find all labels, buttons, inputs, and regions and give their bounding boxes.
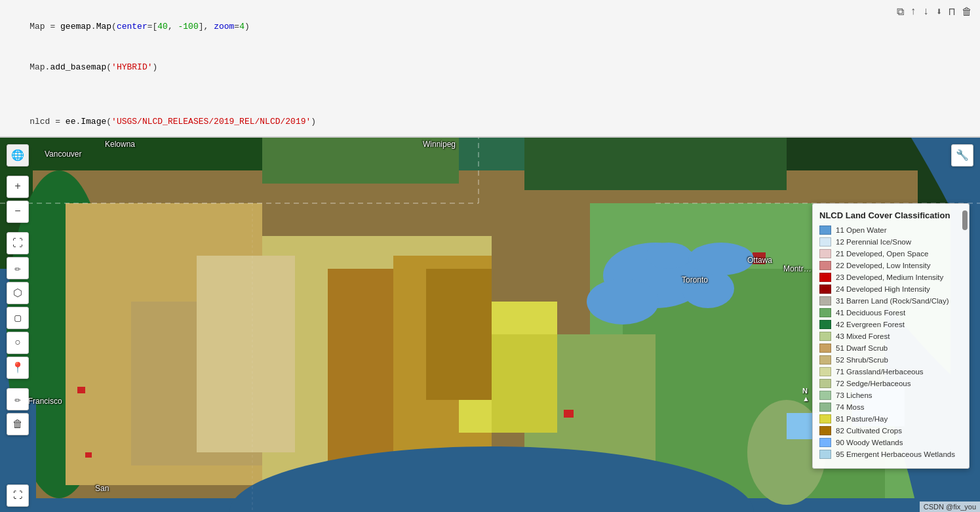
legend-item: 51 Dwarf Scrub [819, 344, 962, 353]
circle-button[interactable]: ○ [7, 332, 29, 354]
code-panel: Map = geemap.Map(center=[40, -100], zoom… [0, 0, 980, 138]
svg-rect-29 [492, 334, 557, 433]
legend-color-swatch [819, 426, 831, 435]
code-line-blank1 [9, 89, 971, 102]
legend-item: 72 Sedge/Herbaceous [819, 379, 962, 388]
share-icon[interactable]: ⊓ [949, 5, 955, 18]
legend-color-swatch [819, 249, 831, 258]
legend-color-swatch [819, 414, 831, 423]
legend-item-label: 42 Evergreen Forest [836, 321, 905, 328]
legend-item-label: 24 Developed High Intensity [836, 285, 930, 293]
legend-item-label: 43 Mixed Forest [836, 332, 890, 340]
legend-item-label: 22 Developed, Low Intensity [836, 262, 930, 269]
legend-scrollbar[interactable] [962, 210, 968, 230]
trash-button[interactable]: 🗑 [7, 413, 29, 435]
legend-items-container: 11 Open Water12 Perennial Ice/Snow21 Dev… [819, 226, 962, 459]
svg-point-22 [587, 279, 659, 325]
legend-color-swatch [819, 308, 831, 317]
legend-item-label: 81 Pasture/Hay [836, 415, 888, 423]
legend-color-swatch [819, 261, 831, 270]
legend-color-swatch [819, 344, 831, 353]
measure-button[interactable]: ✏ [7, 257, 29, 279]
legend-color-swatch [819, 379, 831, 388]
legend-item-label: 11 Open Water [836, 226, 887, 234]
legend-color-swatch [819, 285, 831, 294]
legend-color-swatch [819, 367, 831, 376]
north-indicator: N▲ [802, 387, 810, 403]
legend-color-swatch [819, 273, 831, 282]
legend-item: 71 Grassland/Herbaceous [819, 367, 962, 376]
svg-rect-15 [564, 410, 574, 418]
legend-item: 82 Cultivated Crops [819, 426, 962, 435]
legend-item-label: 21 Developed, Open Space [836, 250, 928, 258]
square-button[interactable]: ▢ [7, 307, 29, 329]
delete-icon[interactable]: 🗑 [962, 6, 972, 18]
copy-icon[interactable]: ⧉ [897, 6, 904, 18]
map-container[interactable]: 🌐 + − ⛶ ✏ ⬡ ▢ ○ 📍 ✏ 🗑 🔧 Vancouver Kelown… [0, 138, 980, 512]
legend-item-label: 82 Cultivated Crops [836, 427, 902, 435]
legend-color-swatch [819, 355, 831, 364]
legend-item-label: 41 Deciduous Forest [836, 309, 905, 317]
svg-rect-34 [262, 138, 459, 184]
polygon-button[interactable]: ⬡ [7, 282, 29, 304]
up-icon[interactable]: ↑ [911, 6, 917, 18]
legend-panel: NLCD Land Cover Classification 11 Open W… [812, 203, 970, 469]
down-icon[interactable]: ↓ [923, 6, 930, 18]
legend-item: 74 Moss [819, 403, 962, 412]
legend-color-swatch [819, 320, 831, 329]
marker-button[interactable]: 📍 [7, 357, 29, 379]
legend-item-label: 73 Lichens [836, 391, 872, 399]
svg-rect-30 [426, 269, 492, 400]
legend-item-label: 12 Perennial Ice/Snow [836, 238, 911, 246]
edit-button[interactable]: ✏ [7, 388, 29, 410]
legend-item: 43 Mixed Forest [819, 332, 962, 341]
legend-item-label: 74 Moss [836, 403, 864, 411]
legend-item: 73 Lichens [819, 391, 962, 400]
fullscreen-button[interactable]: ⛶ [7, 484, 29, 507]
legend-item: 12 Perennial Ice/Snow [819, 237, 962, 246]
legend-item: 31 Barren Land (Rock/Sand/Clay) [819, 296, 962, 305]
code-line-1: Map = geemap.Map(center=[40, -100], zoom… [9, 7, 971, 47]
svg-rect-14 [753, 252, 766, 264]
legend-color-swatch [819, 332, 831, 341]
legend-title: NLCD Land Cover Classification [819, 210, 962, 220]
legend-item-label: 95 Emergent Herbaceous Wetlands [836, 450, 955, 458]
settings-button[interactable]: 🔧 [951, 144, 973, 167]
svg-point-24 [688, 243, 754, 275]
legend-item-label: 90 Woody Wetlands [836, 439, 903, 446]
code-line-3: nlcd = ee.Image('USGS/NLCD_RELEASES/2019… [9, 102, 971, 138]
legend-item: 11 Open Water [819, 226, 962, 235]
legend-item: 52 Shrub/Scrub [819, 355, 962, 364]
svg-point-23 [646, 243, 692, 269]
map-watermark: CSDN @fix_you [920, 502, 980, 512]
legend-item: 42 Evergreen Forest [819, 320, 962, 329]
legend-item: 24 Developed High Intensity [819, 285, 962, 294]
legend-item: 95 Emergent Herbaceous Wetlands [819, 450, 962, 459]
svg-rect-16 [77, 387, 85, 393]
legend-item-label: 72 Sedge/Herbaceous [836, 380, 911, 387]
legend-item: 22 Developed, Low Intensity [819, 261, 962, 270]
legend-item-label: 51 Dwarf Scrub [836, 344, 888, 352]
legend-item: 41 Deciduous Forest [819, 308, 962, 317]
legend-item-label: 23 Developed, Medium Intensity [836, 273, 943, 281]
svg-rect-36 [197, 256, 295, 452]
legend-item: 21 Developed, Open Space [819, 249, 962, 258]
legend-color-swatch [819, 450, 831, 459]
legend-color-swatch [819, 237, 831, 246]
zoom-out-button[interactable]: − [7, 201, 29, 223]
download-icon[interactable]: ⬇ [936, 5, 943, 18]
legend-color-swatch [819, 296, 831, 305]
legend-color-swatch [819, 226, 831, 235]
globe-button[interactable]: 🌐 [7, 144, 29, 167]
legend-color-swatch [819, 391, 831, 400]
code-toolbar: ⧉ ↑ ↓ ⬇ ⊓ 🗑 [897, 5, 973, 18]
legend-item: 23 Developed, Medium Intensity [819, 273, 962, 282]
map-controls-panel: 🌐 + − ⛶ ✏ ⬡ ▢ ○ 📍 ✏ 🗑 [7, 144, 29, 435]
legend-color-swatch [819, 403, 831, 412]
zoom-in-button[interactable]: + [7, 176, 29, 198]
legend-item-label: 31 Barren Land (Rock/Sand/Clay) [836, 297, 949, 305]
legend-item: 90 Woody Wetlands [819, 438, 962, 447]
fullscreen-map-button[interactable]: ⛶ [7, 232, 29, 254]
legend-item-label: 71 Grassland/Herbaceous [836, 368, 924, 376]
legend-item: 81 Pasture/Hay [819, 414, 962, 423]
